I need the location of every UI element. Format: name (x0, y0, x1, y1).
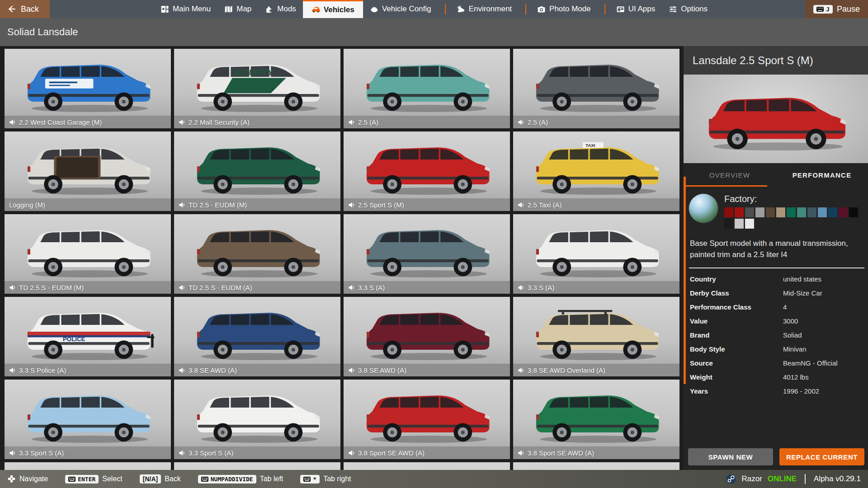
vehicle-tile-label: 3.8 SE AWD (A) (344, 364, 510, 376)
panel-tabs: OVERVIEW PERFORMANCE (684, 163, 868, 187)
spec-label: Source (690, 359, 783, 367)
vehicle-thumbnail: SECURITY (174, 49, 340, 116)
factory-color-swatch[interactable] (849, 207, 858, 217)
factory-color-swatch[interactable] (766, 207, 775, 217)
vehicle-tile[interactable]: 3.8 SE AWD (A) (344, 297, 510, 376)
vehicle-tile[interactable] (174, 462, 340, 470)
minivan-image (350, 52, 503, 116)
vehicle-tile-label: 2.5 (A) (344, 116, 510, 128)
vehicle-tile-label: TD 2.5 S - EUDM (A) (174, 281, 340, 294)
vehicle-tile[interactable]: 3.8 SE AWD Overland (A) (513, 297, 679, 376)
factory-color-swatch[interactable] (755, 207, 764, 217)
spec-list: Country united states Derby Class Mid-Si… (684, 270, 868, 398)
page-title: Soliad Lansdale (7, 26, 78, 38)
minivan-image (350, 465, 503, 470)
vehicle-tile[interactable]: 3.8 SE AWD (A) (174, 297, 340, 376)
vehicle-tile[interactable]: TD 2.5 S - EUDM (A) (174, 214, 340, 294)
player-name: Razor (741, 474, 762, 483)
pause-button[interactable]: J Pause (805, 0, 868, 18)
vehicle-tile[interactable] (5, 462, 171, 470)
nav-item-options[interactable]: Options (662, 0, 714, 18)
vehicle-tile[interactable]: Logging (M) (5, 131, 171, 211)
spec-row: Performance Class 4 (684, 300, 868, 314)
vehicle-tile[interactable]: 3.3 S (A) (513, 214, 679, 294)
replace-current-button[interactable]: REPLACE CURRENT (779, 448, 864, 465)
vehicle-tile[interactable]: 3.3 Sport S (A) (174, 380, 340, 459)
factory-color-swatch[interactable] (828, 207, 837, 217)
factory-color-swatch[interactable] (787, 207, 796, 217)
hint-label: Tab right (323, 475, 351, 483)
minivan-image (181, 134, 334, 198)
nav-item-main-menu[interactable]: Main Menu (154, 0, 217, 18)
nav-item-photo-mode[interactable]: Photo Mode (519, 0, 598, 18)
vehicle-description: Base Sport model with a manual transmiss… (684, 230, 868, 267)
vehicle-tile[interactable]: 3.3 Sport S (A) (5, 380, 171, 459)
factory-color-swatch[interactable] (735, 207, 744, 217)
online-status: ONLINE (768, 474, 797, 483)
vehicle-tile[interactable]: 2.5 (A) (513, 49, 679, 128)
nav-item-environment[interactable]: Environment (438, 0, 519, 18)
keyboard-icon (816, 7, 824, 12)
vehicle-tile[interactable]: TD 2.5 S - EUDM (M) (5, 214, 171, 294)
minivan-image (350, 134, 503, 198)
vehicle-name: 3.8 SE AWD (A) (358, 366, 406, 374)
minivan-image (692, 83, 860, 155)
vehicle-tile[interactable] (513, 462, 679, 470)
vehicle-thumbnail (344, 297, 510, 364)
tab-overview[interactable]: OVERVIEW (684, 171, 776, 179)
vehicle-tile-label: Logging (M) (5, 198, 171, 211)
vehicle-name: 2.2 Mall Security (A) (189, 118, 250, 126)
vehicle-tile[interactable]: 3.3 S (A) (344, 214, 510, 294)
vehicle-tile[interactable]: 3.8 Sport SE AWD (A) (513, 380, 679, 459)
vehicle-thumbnail (513, 380, 679, 446)
config-speaker-icon (518, 284, 524, 291)
spawn-new-button[interactable]: SPAWN NEW (688, 448, 773, 465)
vehicle-thumbnail (174, 380, 340, 446)
vehicle-tile[interactable]: SECURITY 2.2 Mall Security (A) (174, 49, 340, 128)
vehicle-tile-label: TD 2.5 S - EUDM (M) (5, 281, 171, 294)
minivan-image (11, 217, 164, 281)
factory-color-swatch[interactable] (724, 207, 733, 217)
tab-performance[interactable]: PERFORMANCE (776, 171, 868, 179)
vehicle-tile[interactable]: POLICE 3.3 S Police (A) (5, 297, 171, 376)
factory-color-swatch[interactable] (839, 207, 848, 217)
config-speaker-icon (179, 284, 185, 291)
factory-color-swatch[interactable] (807, 207, 816, 217)
vehicle-tile[interactable]: 2.2 West Coast Garage (M) (5, 49, 171, 128)
vehicle-thumbnail (174, 214, 340, 281)
vehicle-tile[interactable] (344, 462, 510, 470)
vehicle-tile[interactable]: TAXI 2.5 Taxi (A) (513, 131, 679, 211)
factory-color-swatch[interactable] (724, 219, 733, 229)
vehicle-thumbnail (344, 49, 510, 116)
factory-color-swatch[interactable] (797, 207, 806, 217)
spec-row: Brand Soliad (684, 328, 868, 342)
minivan-image (520, 300, 673, 364)
vehicle-tile[interactable]: 2.5 (A) (344, 49, 510, 128)
selected-vehicle-title: Lansdale 2.5 Sport S (M) (693, 54, 813, 67)
factory-color-swatch[interactable] (776, 207, 785, 217)
factory-color-swatch[interactable] (745, 207, 754, 217)
config-speaker-icon (348, 367, 355, 374)
nav-item-vehicle-config[interactable]: Vehicle Config (363, 0, 438, 18)
factory-color-swatch[interactable] (818, 207, 827, 217)
spec-row: Source BeamNG - Official (684, 356, 868, 370)
vehicle-thumbnail (5, 214, 171, 281)
nav-item-mods[interactable]: Mods (258, 0, 303, 18)
back-button[interactable]: Back (0, 0, 50, 18)
vehicle-thumbnail: TAXI (513, 131, 679, 198)
vehicle-tile[interactable]: 2.5 Sport S (M) (344, 131, 510, 211)
vehicle-tile[interactable]: TD 2.5 - EUDM (M) (174, 131, 340, 211)
nav-item-map[interactable]: Map (217, 0, 258, 18)
keyboard-icon (68, 477, 75, 482)
nav-item-vehicles[interactable]: Vehicles (303, 0, 363, 18)
nav-item-ui-apps[interactable]: UI Apps (598, 0, 662, 18)
pause-key: J (826, 6, 830, 12)
svg-text:POLICE: POLICE (63, 336, 85, 343)
vehicle-tile[interactable]: 3.8 Sport SE AWD (A) (344, 380, 510, 459)
spec-row: Years 1996 - 2002 (684, 384, 868, 398)
pause-key-badge: J (813, 5, 833, 14)
factory-color-swatch[interactable] (745, 219, 754, 229)
vehicle-tile-label: 2.2 West Coast Garage (M) (5, 116, 171, 128)
factory-color-swatch[interactable] (735, 219, 744, 229)
photo-mode-icon (537, 5, 546, 14)
